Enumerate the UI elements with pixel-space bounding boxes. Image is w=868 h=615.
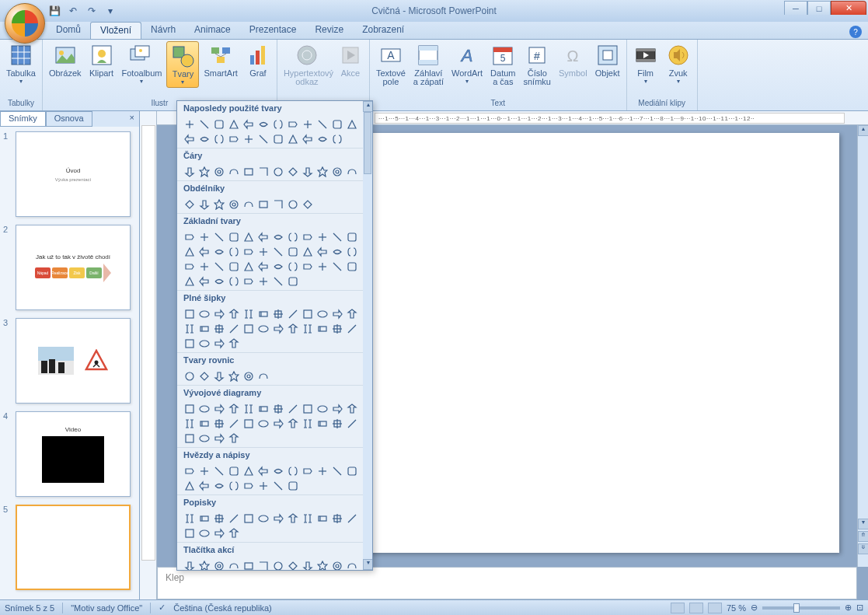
shape-item[interactable] xyxy=(344,306,359,321)
shape-item[interactable] xyxy=(315,463,329,478)
tab-view[interactable]: Zobrazení xyxy=(353,22,413,39)
shape-item[interactable] xyxy=(256,478,270,493)
shape-item[interactable] xyxy=(285,229,300,244)
shape-item[interactable] xyxy=(270,416,285,431)
shape-item[interactable] xyxy=(315,416,329,431)
slide-canvas[interactable] xyxy=(357,133,839,553)
shape-item[interactable] xyxy=(241,274,256,288)
shape-item[interactable] xyxy=(197,463,211,478)
prev-slide-icon[interactable]: ⤊ xyxy=(858,531,868,542)
shape-item[interactable] xyxy=(315,244,329,259)
shape-item[interactable] xyxy=(270,401,285,416)
shape-item[interactable] xyxy=(211,306,226,321)
shape-item[interactable] xyxy=(197,511,211,526)
shape-item[interactable] xyxy=(226,416,241,431)
tab-home[interactable]: Domů xyxy=(47,22,90,39)
shape-item[interactable] xyxy=(226,511,241,526)
shape-item[interactable] xyxy=(211,369,226,383)
zoom-out-icon[interactable]: ⊖ xyxy=(751,603,758,613)
shape-item[interactable] xyxy=(270,244,285,259)
shape-item[interactable] xyxy=(241,306,256,321)
shape-item[interactable] xyxy=(197,274,211,288)
shape-item[interactable] xyxy=(285,558,300,571)
ribbon-btn-textbox[interactable]: ATextovépole xyxy=(373,41,409,88)
redo-icon[interactable]: ↷ xyxy=(84,3,99,19)
shape-item[interactable] xyxy=(329,463,344,478)
undo-icon[interactable]: ↶ xyxy=(65,3,81,19)
scroll-up-icon[interactable]: ▲ xyxy=(858,125,868,136)
shape-item[interactable] xyxy=(197,401,211,416)
ribbon-btn-wordart[interactable]: AWordArt▾ xyxy=(448,41,486,86)
spellcheck-icon[interactable]: ✓ xyxy=(159,603,166,613)
shape-item[interactable] xyxy=(300,164,315,179)
shape-item[interactable] xyxy=(241,416,256,431)
shape-item[interactable] xyxy=(329,558,344,571)
shape-item[interactable] xyxy=(197,558,211,571)
shape-item[interactable] xyxy=(315,259,329,274)
shape-item[interactable] xyxy=(241,558,256,571)
shape-item[interactable] xyxy=(226,558,241,571)
shape-item[interactable] xyxy=(285,244,300,259)
shape-item[interactable] xyxy=(315,401,329,416)
shape-item[interactable] xyxy=(241,164,256,179)
ribbon-btn-clipart[interactable]: Klipart xyxy=(86,41,117,79)
shape-item[interactable] xyxy=(300,259,315,274)
ribbon-btn-chart[interactable]: Graf xyxy=(242,41,274,79)
shape-item[interactable] xyxy=(182,369,197,383)
maximize-button[interactable]: □ xyxy=(807,1,831,15)
shape-item[interactable] xyxy=(285,197,300,211)
shape-item[interactable] xyxy=(182,526,197,540)
tab-design[interactable]: Návrh xyxy=(141,22,185,39)
shape-item[interactable] xyxy=(211,526,226,540)
zoom-level[interactable]: 75 % xyxy=(727,603,746,613)
shape-item[interactable] xyxy=(226,336,241,351)
shape-item[interactable] xyxy=(226,274,241,288)
ribbon-btn-link[interactable]: Hypertextovýodkaz xyxy=(281,41,333,88)
shapes-scrollbar[interactable]: ▲ ▼ xyxy=(363,101,372,570)
shape-item[interactable] xyxy=(182,416,197,431)
shape-item[interactable] xyxy=(285,259,300,274)
shape-item[interactable] xyxy=(285,463,300,478)
shape-item[interactable] xyxy=(182,431,197,446)
shape-item[interactable] xyxy=(226,321,241,336)
shape-item[interactable] xyxy=(241,259,256,274)
shape-item[interactable] xyxy=(182,558,197,571)
shape-item[interactable] xyxy=(197,229,211,244)
shape-item[interactable] xyxy=(315,229,329,244)
tab-animations[interactable]: Animace xyxy=(185,22,240,39)
shape-item[interactable] xyxy=(256,416,270,431)
slide-thumbnail[interactable]: Jak už to tak v životě chodíNápadRealiza… xyxy=(16,225,131,310)
shape-item[interactable] xyxy=(182,478,197,493)
qat-dropdown-icon[interactable]: ▾ xyxy=(103,3,118,19)
slide-thumbnail[interactable]: Video xyxy=(16,411,131,497)
shape-item[interactable] xyxy=(285,274,300,288)
shape-item[interactable] xyxy=(256,131,270,146)
shape-item[interactable] xyxy=(197,478,211,493)
shape-item[interactable] xyxy=(270,558,285,571)
shape-item[interactable] xyxy=(300,401,315,416)
tab-insert[interactable]: Vložení xyxy=(90,22,141,39)
shape-item[interactable] xyxy=(329,229,344,244)
shape-item[interactable] xyxy=(270,306,285,321)
shape-item[interactable] xyxy=(211,511,226,526)
shape-item[interactable] xyxy=(182,131,197,146)
shape-item[interactable] xyxy=(300,244,315,259)
shape-item[interactable] xyxy=(182,401,197,416)
shape-item[interactable] xyxy=(182,244,197,259)
shape-item[interactable] xyxy=(270,197,285,211)
tab-slideshow[interactable]: Prezentace xyxy=(240,22,306,39)
shape-item[interactable] xyxy=(197,369,211,383)
slide-thumbnail[interactable]: ÚvodVýuka prezentací xyxy=(16,131,131,217)
shape-item[interactable] xyxy=(256,244,270,259)
shape-item[interactable] xyxy=(300,117,315,131)
shape-item[interactable] xyxy=(285,478,300,493)
ribbon-btn-smartart[interactable]: SmartArt xyxy=(200,41,240,79)
ribbon-btn-picture[interactable]: Obrázek xyxy=(46,41,85,79)
shape-item[interactable] xyxy=(300,131,315,146)
shape-item[interactable] xyxy=(241,131,256,146)
shape-item[interactable] xyxy=(285,164,300,179)
shape-item[interactable] xyxy=(329,259,344,274)
shape-item[interactable] xyxy=(344,511,359,526)
shape-item[interactable] xyxy=(256,558,270,571)
ribbon-btn-object[interactable]: Objekt xyxy=(592,41,623,79)
